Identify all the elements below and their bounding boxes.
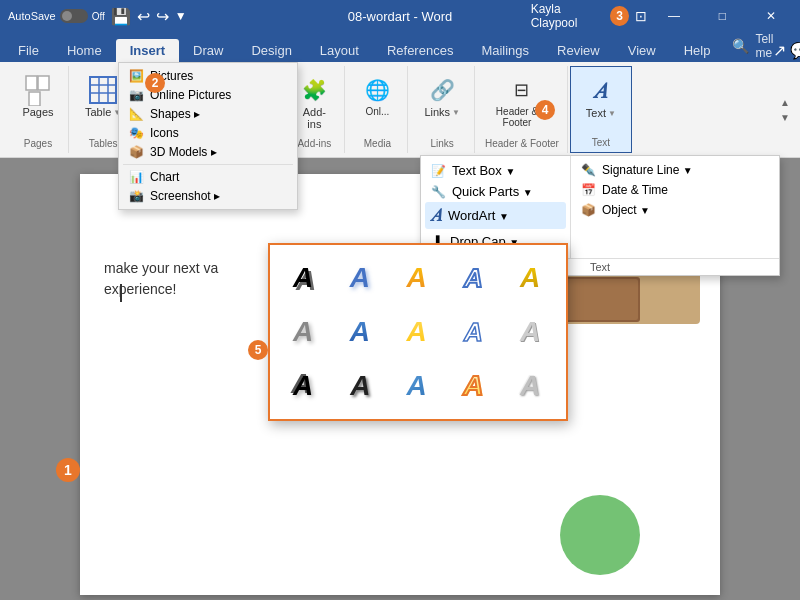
quickparts-label: Quick Parts ▼ <box>452 184 533 199</box>
textbox-item[interactable]: 📝 Text Box ▼ <box>425 160 566 181</box>
wordart-item[interactable]: 𝐴 WordArt ▼ <box>425 202 566 229</box>
object-item[interactable]: 📦 Object ▼ <box>575 200 775 220</box>
links-group-label: Links <box>431 134 454 149</box>
wordart-style-3[interactable]: A <box>392 253 442 303</box>
wordart-style-12[interactable]: A <box>335 361 385 411</box>
wordart-gallery: A A A A A A A A A A A A A A A <box>268 243 568 421</box>
wordart-style-4[interactable]: A <box>448 253 498 303</box>
signature-icon: ✒️ <box>581 163 596 177</box>
pages-btn[interactable]: Pages <box>16 70 60 122</box>
ribbon-scroll-down[interactable]: ▼ <box>780 110 790 125</box>
wordart-style-11[interactable]: A <box>278 361 328 411</box>
text-chevron: ▼ <box>608 109 616 118</box>
tables-group-label: Tables <box>89 134 118 149</box>
tab-file[interactable]: File <box>4 39 53 62</box>
text-label: Text <box>586 107 606 119</box>
text-btn[interactable]: 𝐴 Text ▼ <box>579 71 623 123</box>
badge-5: 5 <box>248 340 268 360</box>
username-label: Kayla Claypool <box>531 2 605 30</box>
chart-label: Chart <box>150 170 179 184</box>
signature-item[interactable]: ✒️ Signature Line ▼ <box>575 160 775 180</box>
datetime-item[interactable]: 📅 Date & Time <box>575 180 775 200</box>
textbox-label: Text Box ▼ <box>452 163 515 178</box>
table-label: Table <box>85 106 111 118</box>
svg-rect-2 <box>38 76 49 90</box>
close-btn[interactable]: ✕ <box>750 0 792 32</box>
wordart-style-10[interactable]: A <box>505 307 555 357</box>
shapes-label: Shapes ▸ <box>150 107 200 121</box>
minimize-btn[interactable]: — <box>653 0 695 32</box>
ribbon-group-links: 🔗 Links ▼ Links <box>410 66 475 153</box>
3d-models-item[interactable]: 📦 3D Models ▸ <box>123 143 293 161</box>
wordart-grid: A A A A A A A A A A A A A A A <box>278 253 558 411</box>
tab-help[interactable]: Help <box>670 39 725 62</box>
tab-mailings[interactable]: Mailings <box>467 39 543 62</box>
green-circle <box>560 495 640 575</box>
wordart-style-5[interactable]: A <box>505 253 555 303</box>
undo-btn[interactable]: ↩ <box>137 7 150 26</box>
icons-icon: 🎭 <box>129 126 144 140</box>
ribbon-group-pages: Pages Pages <box>8 66 69 153</box>
tab-references[interactable]: References <box>373 39 467 62</box>
quickparts-item[interactable]: 🔧 Quick Parts ▼ <box>425 181 566 202</box>
wordart-style-8[interactable]: A <box>392 307 442 357</box>
layout-btn[interactable]: ⊡ <box>635 8 647 24</box>
tab-draw[interactable]: Draw <box>179 39 237 62</box>
wordart-style-13[interactable]: A <box>392 361 442 411</box>
cursor-area <box>120 284 122 302</box>
wordart-style-9[interactable]: A <box>448 307 498 357</box>
comments-icon[interactable]: 💬 <box>790 41 800 60</box>
tab-insert[interactable]: Insert <box>116 39 179 62</box>
wordart-style-1[interactable]: A <box>278 253 328 303</box>
online-pictures-label: Online Pictures <box>150 88 231 102</box>
screenshot-item[interactable]: 📸 Screenshot ▸ <box>123 187 293 205</box>
online-video-btn[interactable]: 🌐 Onl... <box>355 70 399 121</box>
links-btn[interactable]: 🔗 Links ▼ <box>418 70 466 122</box>
text-cursor <box>120 284 122 302</box>
pages-label: Pages <box>22 106 53 118</box>
ribbon-scroll-up[interactable]: ▲ <box>780 95 790 110</box>
chart-item[interactable]: 📊 Chart <box>123 168 293 186</box>
shapes-item[interactable]: 📐 Shapes ▸ <box>123 105 293 123</box>
customize-btn[interactable]: ▼ <box>175 9 187 23</box>
screenshot-label: Screenshot ▸ <box>150 189 220 203</box>
addins-icon: 🧩 <box>298 74 330 106</box>
autosave-toggle[interactable] <box>60 9 88 23</box>
title-bar-left: AutoSave Off 💾 ↩ ↪ ▼ <box>8 7 269 26</box>
svg-rect-3 <box>90 77 116 103</box>
ribbon-scroll-right[interactable]: ▲ ▼ <box>778 66 792 153</box>
wordart-style-15[interactable]: A <box>505 361 555 411</box>
addins-btn[interactable]: 🧩 Add- ins <box>292 70 336 134</box>
save-icon[interactable]: 💾 <box>111 7 131 26</box>
tab-home[interactable]: Home <box>53 39 116 62</box>
wordart-style-14[interactable]: A <box>448 361 498 411</box>
badge-4: 4 <box>535 100 555 120</box>
header-footer-icon: ⊟ <box>506 74 538 106</box>
tab-design[interactable]: Design <box>237 39 305 62</box>
tab-review[interactable]: Review <box>543 39 614 62</box>
wordart-label: WordArt ▼ <box>448 208 509 223</box>
tab-view[interactable]: View <box>614 39 670 62</box>
share-icon[interactable]: ↗ <box>773 41 786 60</box>
online-video-label: Onl... <box>365 106 389 117</box>
links-items: 🔗 Links ▼ <box>418 70 466 134</box>
wordart-style-6[interactable]: A <box>278 307 328 357</box>
tell-me-label[interactable]: Tell me <box>755 32 773 60</box>
wordart-icon: 𝐴 <box>431 205 442 226</box>
maximize-btn[interactable]: □ <box>701 0 743 32</box>
window-title: 08-wordart - Word <box>269 9 530 24</box>
quickparts-icon: 🔧 <box>431 185 446 199</box>
title-bar-right: Kayla Claypool 3 ⊡ — □ ✕ <box>531 0 792 32</box>
addins-label2: ins <box>307 118 321 130</box>
wordart-style-7[interactable]: A <box>335 307 385 357</box>
icons-item[interactable]: 🎭 Icons <box>123 124 293 142</box>
addins-group-label: Add-ins <box>297 134 331 149</box>
tab-layout[interactable]: Layout <box>306 39 373 62</box>
3d-models-icon: 📦 <box>129 145 144 159</box>
wordart-style-2[interactable]: A <box>335 253 385 303</box>
signature-label: Signature Line ▼ <box>602 163 693 177</box>
media-items: 🌐 Onl... <box>355 70 399 134</box>
media-group-label: Media <box>364 134 391 149</box>
redo-btn[interactable]: ↪ <box>156 7 169 26</box>
online-video-icon: 🌐 <box>361 74 393 106</box>
